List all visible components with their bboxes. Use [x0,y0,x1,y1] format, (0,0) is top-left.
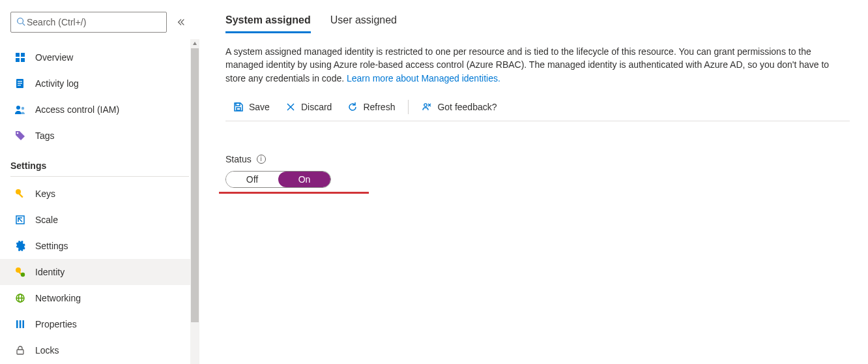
svg-point-13 [16,189,21,194]
svg-marker-27 [193,42,197,45]
description-body: A system assigned managed identity is re… [225,46,829,83]
status-toggle-off[interactable]: Off [226,172,278,187]
scrollbar-thumb[interactable] [191,48,199,322]
svg-point-0 [18,18,23,23]
sidebar-item-identity[interactable]: Identity [0,259,199,285]
activity-log-icon [14,78,26,89]
svg-rect-23 [16,320,18,328]
refresh-label: Refresh [363,102,395,112]
svg-point-10 [16,106,20,110]
feedback-button[interactable]: Got feedback? [414,94,504,121]
svg-point-11 [22,107,24,110]
sidebar-item-label: Identity [35,267,65,277]
svg-rect-9 [18,85,21,85]
sidebar-item-settings[interactable]: Settings [0,233,199,259]
sidebar-item-label: Scale [35,215,58,225]
svg-point-32 [424,104,427,106]
info-icon[interactable]: i [257,155,266,164]
svg-point-19 [21,273,25,277]
overview-icon [14,52,26,63]
sidebar-item-label: Properties [35,319,77,329]
sidebar-item-tags[interactable]: Tags [0,123,199,149]
sidebar-item-label: Networking [35,293,81,303]
svg-line-16 [18,218,22,222]
svg-rect-4 [16,58,20,62]
search-input[interactable] [25,16,161,28]
save-button[interactable]: Save [225,94,278,121]
svg-rect-5 [21,58,25,62]
tab-user-assigned[interactable]: User assigned [330,14,397,33]
save-label: Save [249,102,270,112]
tab-system-assigned[interactable]: System assigned [225,14,311,33]
status-toggle-on[interactable]: On [278,172,330,187]
search-icon [16,17,25,28]
collapse-sidebar-button[interactable] [173,14,189,30]
sidebar-item-overview[interactable]: Overview [0,44,199,70]
sidebar-scrollbar[interactable] [190,39,199,364]
tabs: System assigned User assigned [225,14,850,33]
sidebar-item-label: Activity log [35,78,79,89]
save-icon [233,102,244,112]
svg-rect-7 [18,81,22,82]
sidebar-item-scale[interactable]: Scale [0,207,199,233]
identity-icon [14,266,26,278]
gear-icon [14,240,26,252]
sidebar-item-label: Settings [35,241,68,251]
locks-icon [14,344,26,356]
sidebar-item-label: Tags [35,130,55,141]
feedback-icon [422,102,432,112]
sidebar-item-label: Access control (IAM) [35,104,119,115]
discard-icon [285,102,296,112]
discard-label: Discard [301,102,332,112]
sidebar-item-label: Locks [35,345,59,356]
discard-button[interactable]: Discard [278,94,340,121]
svg-rect-8 [18,83,22,83]
svg-point-17 [16,267,21,273]
networking-icon [14,292,26,304]
status-toggle[interactable]: Off On [225,171,331,188]
sidebar-item-activity-log[interactable]: Activity log [0,70,199,97]
svg-line-1 [23,23,25,25]
sidebar-section-header-settings: Settings [10,160,189,177]
svg-rect-28 [236,103,240,106]
svg-rect-2 [16,53,20,57]
learn-more-link[interactable]: Learn more about Managed identities. [347,73,500,83]
sidebar-item-keys[interactable]: Keys [0,181,199,207]
svg-rect-24 [20,320,22,328]
access-control-icon [14,104,26,115]
tags-icon [14,130,26,142]
svg-rect-26 [17,350,23,354]
sidebar-item-properties[interactable]: Properties [0,311,199,337]
status-label: Status [225,154,252,164]
refresh-button[interactable]: Refresh [340,94,403,121]
toolbar: Save Discard Refresh Got feedback? [225,94,850,121]
nav-list: Overview Activity log Access control (IA… [10,44,189,363]
svg-rect-25 [23,320,25,328]
svg-rect-3 [21,53,25,57]
scrollbar-up-button[interactable] [190,39,199,48]
properties-icon [14,318,26,330]
sidebar-item-label: Keys [35,189,55,199]
svg-rect-14 [18,193,23,198]
annotation-red-underline [219,192,369,194]
status-block: Status i Off On [225,154,850,194]
sidebar-item-networking[interactable]: Networking [0,285,199,311]
toolbar-separator [408,100,409,114]
svg-rect-29 [237,108,240,110]
sidebar-item-locks[interactable]: Locks [0,337,199,363]
svg-point-12 [17,132,19,134]
description-text: A system assigned managed identity is re… [225,45,850,85]
main-content: System assigned User assigned A system a… [199,0,868,364]
sidebar-item-label: Overview [35,52,73,63]
sidebar-item-access-control[interactable]: Access control (IAM) [0,97,199,123]
sidebar: Overview Activity log Access control (IA… [0,0,199,364]
scale-icon [14,214,26,226]
keys-icon [14,188,26,200]
refresh-icon [347,102,358,112]
search-box[interactable] [10,12,167,33]
feedback-label: Got feedback? [437,102,497,112]
